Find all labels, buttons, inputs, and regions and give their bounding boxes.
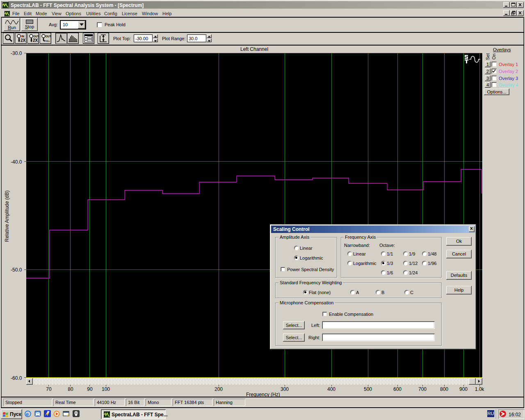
svg-text:2X: 2X xyxy=(21,38,26,43)
svg-text:e: e xyxy=(26,411,29,417)
svg-text:OUT: OUT xyxy=(46,35,51,38)
svg-text:IN: IN xyxy=(21,35,24,38)
svg-text:2X: 2X xyxy=(33,38,38,43)
svg-text:FULL: FULL xyxy=(44,40,50,42)
svg-text:OUT: OUT xyxy=(33,35,39,38)
